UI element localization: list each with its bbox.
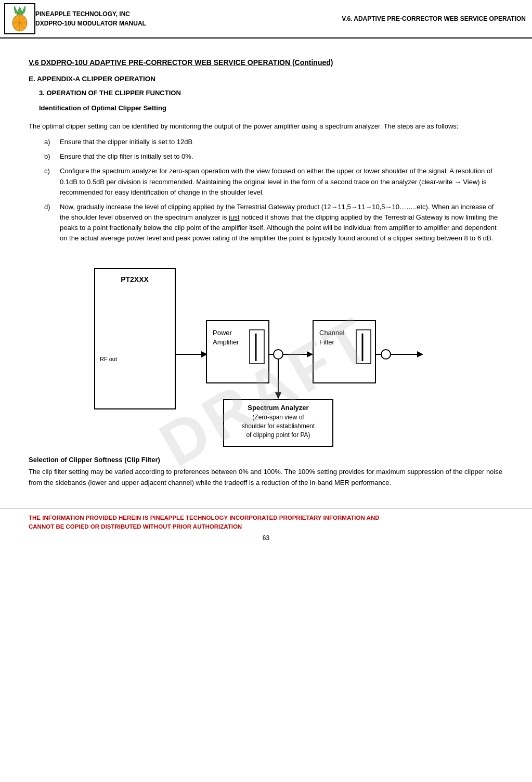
spectrum-sub1: (Zero-span view of <box>252 414 304 421</box>
arrowhead-out <box>417 351 423 357</box>
appendix-title: E. APPENDIX-A CLIPPER OPERATION <box>29 75 503 83</box>
page-header: PINEAPPLE TECHNOLOGY, INC DXDPRO-10U MOD… <box>0 0 532 39</box>
list-text-c: Configure the spectrum analyzer for zero… <box>60 166 503 197</box>
section-header: V.6. ADAPTIVE PRE-CORRECTOR WEB SERVICE … <box>342 15 526 22</box>
footer-line1: THE INFORMATION PROVIDED HEREIN IS PINEA… <box>29 514 503 522</box>
page-footer: THE INFORMATION PROVIDED HEREIN IS PINEA… <box>0 508 532 546</box>
page-number: 63 <box>29 534 503 542</box>
list-item-a: a) Ensure that the clipper initially is … <box>29 137 503 147</box>
list-item-b: b) Ensure that the clip filter is initia… <box>29 151 503 162</box>
pt2xxx-label: PT2XXX <box>121 275 149 284</box>
circle-mid <box>274 350 283 359</box>
power-amp-text1: Power <box>213 329 232 337</box>
list-label-a: a) <box>44 137 60 147</box>
identification-title: Identification of Optimal Clipper Settin… <box>39 104 503 112</box>
intro-paragraph: The optimal clipper setting can be ident… <box>29 121 503 132</box>
header-left: PINEAPPLE TECHNOLOGY, INC DXDPRO-10U MOD… <box>35 9 146 28</box>
footer-line2: CANNOT BE COPIED OR DISTRIBUTED WITHOUT … <box>29 522 503 531</box>
section-title: V.6 DXDPRO-10U ADAPTIVE PRE-CORRECTOR WE… <box>29 58 503 67</box>
operation-title: 3. OPERATION OF THE CLIPPER FUNCTION <box>39 89 503 97</box>
selection-title: Selection of Clipper Softness (Clip Filt… <box>29 456 503 464</box>
list-text-b: Ensure that the clip filter is initially… <box>60 151 503 162</box>
list-label-c: c) <box>44 166 60 197</box>
page-content: V.6 DXDPRO-10U ADAPTIVE PRE-CORRECTOR WE… <box>0 39 532 503</box>
power-amp-text2: Amplifier <box>213 338 239 346</box>
cf-inner-box <box>356 330 371 364</box>
arrowhead-down <box>275 392 281 399</box>
diagram-container: PT2XXX RF out Power Amplifier <box>89 253 443 451</box>
spectrum-sub2: shoulder for establishment <box>241 422 315 430</box>
diagram-svg: PT2XXX RF out Power Amplifier <box>89 253 443 451</box>
selection-paragraph: The clip filter setting may be varied ac… <box>29 467 503 488</box>
rf-out-label: RF out <box>100 356 117 362</box>
list-item-d: d) Now, gradually increase the level of … <box>29 202 503 244</box>
list-text-d: Now, gradually increase the level of cli… <box>60 202 503 244</box>
manual-name: DXDPRO-10U MODULATOR MANUAL <box>35 19 146 28</box>
header-right: V.6. ADAPTIVE PRE-CORRECTOR WEB SERVICE … <box>342 15 526 22</box>
channel-filter-text1: Channel <box>319 329 345 337</box>
pineapple-logo <box>4 3 35 34</box>
spectrum-title: Spectrum Analyzer <box>248 404 308 412</box>
channel-filter-text2: Filter <box>319 338 335 346</box>
list-text-a: Ensure that the clipper initially is set… <box>60 137 503 147</box>
pa-inner-box <box>250 330 264 364</box>
pt2xxx-box <box>95 268 175 409</box>
list-label-d: d) <box>44 202 60 244</box>
spectrum-sub3: of clipping point for PA) <box>246 431 310 439</box>
arrowhead-to-cf <box>307 351 313 357</box>
list-label-b: b) <box>44 151 60 162</box>
company-name: PINEAPPLE TECHNOLOGY, INC <box>35 9 146 19</box>
circle-end <box>381 350 391 359</box>
list-item-c: c) Configure the spectrum analyzer for z… <box>29 166 503 197</box>
